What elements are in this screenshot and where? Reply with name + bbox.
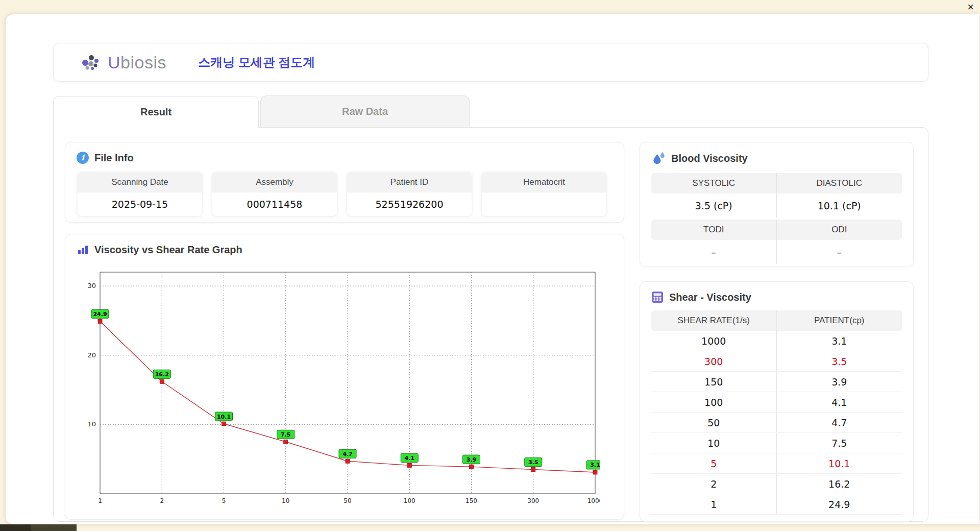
svg-text:3.9: 3.9 <box>467 456 477 463</box>
table-row: 50 4.7 <box>651 413 902 433</box>
diastolic-label: DIASTOLIC <box>777 173 902 194</box>
svg-text:4.7: 4.7 <box>342 451 353 457</box>
app-header: Ubiosis 스캐닝 모세관 점도계 <box>53 43 928 82</box>
table-row: 100 4.1 <box>651 392 902 413</box>
scanning-date-value: 2025-09-15 <box>78 192 202 216</box>
shear-rate-column-header: SHEAR RATE(1/s) <box>651 310 777 331</box>
shear-rate-cell: 1 <box>651 494 777 514</box>
table-row: 300 3.5 <box>651 351 902 372</box>
svg-text:100: 100 <box>404 497 415 504</box>
tab-bar: Result Raw Data <box>53 95 928 127</box>
desktop-wallpaper-dark <box>0 524 31 531</box>
ubiosis-logo-icon <box>80 52 104 73</box>
svg-text:50: 50 <box>344 497 351 504</box>
shear-rate-cell: 150 <box>651 372 777 392</box>
table-row: 1 24.9 <box>651 494 902 515</box>
shear-rate-cell: 100 <box>651 392 777 412</box>
result-content-panel: i File Info Scanning Date 2025-09-15 Ass… <box>53 127 928 522</box>
svg-text:30: 30 <box>87 282 96 289</box>
scanning-date-field: Scanning Date 2025-09-15 <box>78 172 202 216</box>
svg-text:3.5: 3.5 <box>528 459 538 466</box>
patient-cell: 4.7 <box>777 413 902 432</box>
svg-text:300: 300 <box>527 497 539 504</box>
patient-cell: 3.1 <box>777 331 902 351</box>
assembly-label: Assembly <box>212 172 337 192</box>
shear-viscosity-panel: Shear - Viscosity SHEAR RATE(1/s) PATIEN… <box>640 281 914 522</box>
systolic-label: SYSTOLIC <box>651 173 777 194</box>
hematocrit-field: Hematocrit <box>482 172 606 216</box>
table-row: 150 3.9 <box>651 372 902 392</box>
odi-value: – <box>777 240 902 264</box>
close-icon[interactable]: × <box>967 0 974 14</box>
systolic-value: 3.5 (cP) <box>651 194 777 218</box>
shear-rate-cell: 300 <box>651 351 777 371</box>
tab-raw-data[interactable]: Raw Data <box>260 95 470 127</box>
viscosity-chart: 1020301251050100150300100024.916.210.17.… <box>69 260 600 515</box>
svg-text:10: 10 <box>282 497 289 504</box>
patient-cell: 3.9 <box>777 372 902 392</box>
app-window: Ubiosis 스캐닝 모세관 점도계 Result Raw Data i Fi… <box>5 14 980 524</box>
patient-cell: 16.2 <box>777 474 902 494</box>
table-row: 10 7.5 <box>651 433 902 453</box>
patient-id-label: Patient ID <box>347 172 472 192</box>
tab-result[interactable]: Result <box>53 96 259 128</box>
todi-label: TODI <box>651 220 777 240</box>
svg-text:1000: 1000 <box>587 497 600 504</box>
svg-text:10.1: 10.1 <box>217 414 231 420</box>
patient-id-field: Patient ID 52551926200 <box>347 172 472 216</box>
table-row: 1000 3.1 <box>651 331 902 351</box>
svg-text:10: 10 <box>87 420 96 428</box>
logo-text: Ubiosis <box>108 53 166 73</box>
viscosity-graph-panel: Viscosity vs Shear Rate Graph 1020301251… <box>65 234 624 520</box>
shear-rate-cell: 50 <box>651 413 777 432</box>
shear-rate-cell: 10 <box>651 433 777 453</box>
patient-cell: 24.9 <box>777 494 902 514</box>
shear-rate-cell: 1000 <box>651 331 777 351</box>
blood-viscosity-panel: Blood Viscosity SYSTOLIC DIASTOLIC 3.5 (… <box>640 142 914 267</box>
svg-text:150: 150 <box>465 497 477 504</box>
shear-rate-cell: 2 <box>651 474 777 494</box>
hematocrit-label: Hematocrit <box>482 172 606 192</box>
svg-text:24.9: 24.9 <box>93 311 107 318</box>
odi-label: ODI <box>777 220 902 240</box>
svg-text:4.1: 4.1 <box>405 455 415 462</box>
diastolic-value: 10.1 (cP) <box>777 194 902 218</box>
assembly-value: 000711458 <box>212 192 337 216</box>
droplet-icon <box>651 152 666 165</box>
file-info-panel: i File Info Scanning Date 2025-09-15 Ass… <box>65 142 624 223</box>
svg-text:7.5: 7.5 <box>281 431 291 438</box>
svg-text:5: 5 <box>222 497 226 504</box>
svg-text:3.1: 3.1 <box>590 462 600 468</box>
patient-cell: 7.5 <box>777 433 902 453</box>
ubiosis-logo: Ubiosis <box>80 52 166 73</box>
svg-text:16.2: 16.2 <box>155 371 169 378</box>
info-icon: i <box>77 152 89 164</box>
patient-cell: 10.1 <box>777 453 902 473</box>
calculator-icon <box>651 291 664 303</box>
table-header-row: SHEAR RATE(1/s) PATIENT(cp) <box>651 310 902 331</box>
scanning-date-label: Scanning Date <box>78 172 202 192</box>
shear-rate-cell: 5 <box>651 453 777 473</box>
shear-viscosity-title: Shear - Viscosity <box>669 292 751 303</box>
patient-column-header: PATIENT(cp) <box>777 310 902 331</box>
hematocrit-value <box>482 192 606 216</box>
svg-text:20: 20 <box>87 351 96 359</box>
blood-viscosity-title: Blood Viscosity <box>671 153 748 164</box>
file-info-title: File Info <box>94 152 134 164</box>
bar-chart-icon <box>77 244 89 256</box>
todi-value: – <box>651 240 777 264</box>
table-row: 2 16.2 <box>651 474 902 494</box>
shear-viscosity-table: SHEAR RATE(1/s) PATIENT(cp) 1000 3.1 300… <box>651 310 902 515</box>
patient-id-value: 52551926200 <box>347 192 472 216</box>
assembly-field: Assembly 000711458 <box>212 172 337 216</box>
blood-viscosity-grid: SYSTOLIC DIASTOLIC 3.5 (cP) 10.1 (cP) TO… <box>651 173 902 264</box>
patient-cell: 3.5 <box>777 351 902 371</box>
graph-title: Viscosity vs Shear Rate Graph <box>94 244 242 256</box>
table-row: 5 10.1 <box>651 453 902 474</box>
svg-text:2: 2 <box>160 497 164 504</box>
patient-cell: 4.1 <box>777 392 902 412</box>
svg-text:1: 1 <box>98 497 102 504</box>
app-title: 스캐닝 모세관 점도계 <box>198 54 315 70</box>
